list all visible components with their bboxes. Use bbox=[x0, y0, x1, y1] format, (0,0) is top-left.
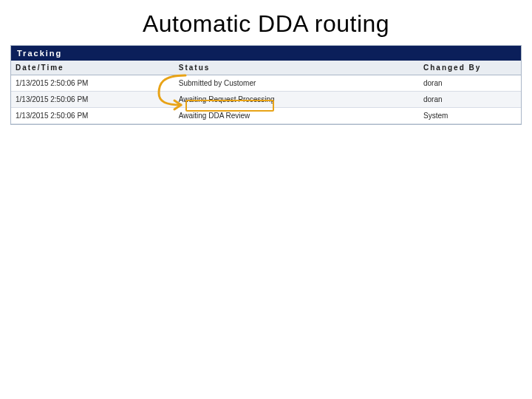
page-title: Automatic DDA routing bbox=[0, 10, 532, 38]
table-row: 1/13/2015 2:50:06 PM Awaiting DDA Review… bbox=[11, 108, 521, 124]
table-row: 1/13/2015 2:50:06 PM Awaiting Request Pr… bbox=[11, 92, 521, 108]
col-header-date: Date/Time bbox=[11, 61, 174, 75]
cell-by: doran bbox=[419, 75, 521, 92]
tracking-panel: Tracking Date/Time Status Changed By 1/1… bbox=[10, 45, 522, 125]
cell-date: 1/13/2015 2:50:06 PM bbox=[11, 108, 174, 124]
tracking-table: Date/Time Status Changed By 1/13/2015 2:… bbox=[11, 61, 521, 124]
col-header-by: Changed By bbox=[419, 61, 521, 75]
table-row: 1/13/2015 2:50:06 PM Submitted by Custom… bbox=[11, 75, 521, 92]
cell-date: 1/13/2015 2:50:06 PM bbox=[11, 75, 174, 92]
cell-date: 1/13/2015 2:50:06 PM bbox=[11, 92, 174, 108]
cell-status: Awaiting DDA Review bbox=[174, 108, 419, 124]
panel-heading: Tracking bbox=[11, 46, 521, 61]
cell-status: Submitted by Customer bbox=[174, 75, 419, 92]
table-header-row: Date/Time Status Changed By bbox=[11, 61, 521, 75]
col-header-status: Status bbox=[174, 61, 419, 75]
cell-by: System bbox=[419, 108, 521, 124]
cell-by: doran bbox=[419, 92, 521, 108]
cell-status: Awaiting Request Processing bbox=[174, 92, 419, 108]
